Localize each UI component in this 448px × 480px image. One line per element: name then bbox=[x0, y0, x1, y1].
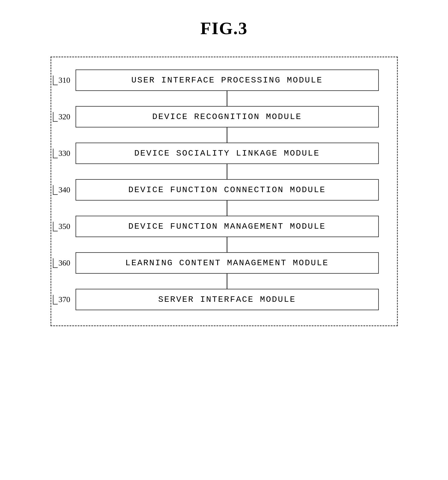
module-label-320: 320 bbox=[53, 112, 70, 122]
module-label-340: 340 bbox=[53, 185, 70, 195]
module-section-330: 330DEVICE SOCIALITY LINKAGE MODULE bbox=[76, 143, 379, 179]
module-box-370: SERVER INTERFACE MODULE bbox=[76, 289, 379, 310]
module-row-350: 350DEVICE FUNCTION MANAGEMENT MODULE bbox=[76, 216, 379, 237]
module-section-360: 360LEARNING CONTENT MANAGEMENT MODULE bbox=[76, 252, 379, 289]
figure-title: FIG.3 bbox=[200, 18, 248, 38]
module-box-330: DEVICE SOCIALITY LINKAGE MODULE bbox=[76, 143, 379, 164]
connector-line-320 bbox=[227, 127, 227, 143]
module-section-350: 350DEVICE FUNCTION MANAGEMENT MODULE bbox=[76, 216, 379, 252]
connector-line-330 bbox=[227, 164, 227, 179]
module-section-310: 310USER INTERFACE PROCESSING MODULE bbox=[76, 69, 379, 106]
module-box-310: USER INTERFACE PROCESSING MODULE bbox=[76, 69, 379, 91]
module-row-360: 360LEARNING CONTENT MANAGEMENT MODULE bbox=[76, 252, 379, 274]
module-row-320: 320DEVICE RECOGNITION MODULE bbox=[76, 106, 379, 127]
connector-line-360 bbox=[227, 274, 227, 289]
module-label-330: 330 bbox=[53, 149, 70, 158]
module-section-320: 320DEVICE RECOGNITION MODULE bbox=[76, 106, 379, 143]
module-section-370: 370SERVER INTERFACE MODULE bbox=[76, 289, 379, 310]
module-label-370: 370 bbox=[53, 295, 70, 304]
module-row-370: 370SERVER INTERFACE MODULE bbox=[76, 289, 379, 310]
module-box-340: DEVICE FUNCTION CONNECTION MODULE bbox=[76, 179, 379, 201]
connector-line-340 bbox=[227, 201, 227, 216]
module-box-360: LEARNING CONTENT MANAGEMENT MODULE bbox=[76, 252, 379, 274]
module-box-320: DEVICE RECOGNITION MODULE bbox=[76, 106, 379, 127]
module-label-360: 360 bbox=[53, 258, 70, 268]
module-row-330: 330DEVICE SOCIALITY LINKAGE MODULE bbox=[76, 143, 379, 164]
module-row-310: 310USER INTERFACE PROCESSING MODULE bbox=[76, 69, 379, 91]
connector-line-350 bbox=[227, 237, 227, 252]
module-box-350: DEVICE FUNCTION MANAGEMENT MODULE bbox=[76, 216, 379, 237]
module-label-310: 310 bbox=[53, 76, 70, 85]
module-label-350: 350 bbox=[53, 222, 70, 231]
module-row-340: 340DEVICE FUNCTION CONNECTION MODULE bbox=[76, 179, 379, 201]
module-section-340: 340DEVICE FUNCTION CONNECTION MODULE bbox=[76, 179, 379, 216]
outer-container: 310USER INTERFACE PROCESSING MODULE320DE… bbox=[50, 56, 398, 326]
connector-line-310 bbox=[227, 91, 227, 106]
